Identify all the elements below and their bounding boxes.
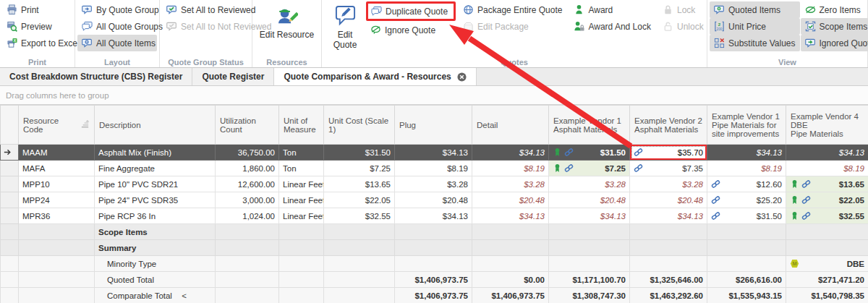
- grid-cell[interactable]: $34.13: [472, 208, 549, 224]
- grid-cell[interactable]: [707, 240, 786, 256]
- grid-cell[interactable]: [324, 288, 395, 303]
- grid-cell[interactable]: [549, 240, 630, 256]
- package-entire-quote-button[interactable]: Package Entire Quote: [459, 1, 566, 18]
- grid-cell[interactable]: Pipe RCP 36 In: [95, 208, 216, 224]
- grid-cell[interactable]: [472, 256, 549, 272]
- grid-cell[interactable]: Scope Items: [95, 224, 216, 240]
- grid-cell[interactable]: $20.48: [549, 192, 630, 208]
- grid-cell[interactable]: $13.65: [786, 176, 868, 192]
- grid-cell[interactable]: $266,616.00: [707, 272, 786, 288]
- row-indicator[interactable]: [1, 256, 19, 272]
- grid-cell[interactable]: [630, 256, 707, 272]
- grid-cell[interactable]: Ton: [279, 145, 324, 161]
- grid-cell[interactable]: $34.13: [395, 145, 472, 161]
- grid-cell[interactable]: $34.13: [707, 145, 786, 161]
- grid-cell[interactable]: $1,325,646.00: [630, 272, 707, 288]
- grid-cell[interactable]: MPP10: [19, 176, 95, 192]
- grid-cell[interactable]: $31.50: [707, 208, 786, 224]
- grid-cell[interactable]: 1,860.00: [216, 161, 279, 176]
- edit-package-button[interactable]: Edit Package: [459, 18, 566, 35]
- grid-cell[interactable]: $3.28: [549, 176, 630, 192]
- grid-cell[interactable]: $3.28: [395, 176, 472, 192]
- grid-cell[interactable]: Pipe 24" PVC SDR35: [95, 192, 216, 208]
- duplicate-quote-button[interactable]: Duplicate Quote: [366, 1, 456, 21]
- grid-cell[interactable]: $8.19: [707, 161, 786, 176]
- grid-cell[interactable]: $34.13: [395, 208, 472, 224]
- grid-cell[interactable]: $7.35: [630, 161, 707, 176]
- print-button[interactable]: Print: [2, 1, 72, 18]
- grid-cell[interactable]: $3.28: [472, 176, 549, 192]
- grid-cell[interactable]: $34.13: [549, 208, 630, 224]
- grid-cell[interactable]: Comparable Total<: [95, 288, 216, 303]
- export-to-excel-button[interactable]: X Export to Excel: [2, 35, 72, 51]
- grid-cell[interactable]: [324, 224, 395, 240]
- set-all-to-reviewed-button[interactable]: Set All to Reviewed: [162, 1, 250, 18]
- grid-cell[interactable]: $1,171,100.70: [549, 272, 630, 288]
- grid-cell[interactable]: $1,406,973.75: [395, 272, 472, 288]
- grid-cell[interactable]: $12.60: [707, 176, 786, 192]
- grid-cell[interactable]: $8.19: [786, 161, 868, 176]
- grid-cell[interactable]: $1,406,973.75: [472, 288, 549, 303]
- award-and-lock-button[interactable]: Award And Lock: [569, 18, 655, 35]
- zero-items-toggle[interactable]: Zero Items: [801, 1, 868, 18]
- grid-cell[interactable]: Minority Type: [95, 256, 216, 272]
- grid-cell[interactable]: [279, 272, 324, 288]
- column-header-resource-code[interactable]: Resource Code: [19, 106, 95, 145]
- row-indicator[interactable]: [1, 161, 19, 176]
- grid-cell[interactable]: $22.05: [786, 192, 868, 208]
- grid-cell[interactable]: MPP24: [19, 192, 95, 208]
- grid-cell[interactable]: [279, 240, 324, 256]
- focused-cell[interactable]: $35.70: [630, 145, 707, 161]
- grid-cell[interactable]: [324, 272, 395, 288]
- grid-cell[interactable]: [786, 240, 868, 256]
- grid-cell[interactable]: $34.13: [786, 145, 868, 161]
- all-quote-items-button[interactable]: All Quote Items: [77, 35, 157, 51]
- column-header-detail[interactable]: Detail: [472, 106, 549, 145]
- grid-cell[interactable]: $34.13: [630, 208, 707, 224]
- grid-cell[interactable]: [324, 240, 395, 256]
- ignored-quotes-toggle[interactable]: Ignored Quotes: [801, 35, 868, 51]
- grid-cell[interactable]: $20.48: [630, 192, 707, 208]
- column-header-description[interactable]: Description: [95, 106, 216, 145]
- grid-cell[interactable]: [707, 224, 786, 240]
- grid-cell[interactable]: $32.55: [786, 208, 868, 224]
- row-indicator[interactable]: [1, 240, 19, 256]
- grid-cell[interactable]: $1,540,798.35: [786, 288, 868, 303]
- grid-cell[interactable]: [19, 288, 95, 303]
- grid-cell[interactable]: $31.50: [324, 145, 395, 161]
- grid-cell[interactable]: Summary: [95, 240, 216, 256]
- grid-cell[interactable]: 1,024.00: [216, 208, 279, 224]
- grid-cell[interactable]: [707, 256, 786, 272]
- award-button[interactable]: Award: [569, 1, 655, 18]
- grid-cell[interactable]: Linear Feet: [279, 192, 324, 208]
- all-quote-groups-button[interactable]: All Quote Groups: [77, 18, 157, 35]
- column-header-vendor1-pipe[interactable]: Example Vendor 1 Pipe Materials for site…: [707, 106, 786, 145]
- tab-quote-comparison[interactable]: Quote Comparison & Award - Resources: [274, 68, 476, 85]
- grid-cell[interactable]: [630, 240, 707, 256]
- grid-cell[interactable]: Quoted Total: [95, 272, 216, 288]
- grid-cell[interactable]: [630, 224, 707, 240]
- grid-cell[interactable]: [19, 240, 95, 256]
- grid-cell[interactable]: $271,471.20: [786, 272, 868, 288]
- grid-cell[interactable]: [216, 288, 279, 303]
- grid-cell[interactable]: [19, 256, 95, 272]
- grid-cell[interactable]: MAAM: [19, 145, 95, 161]
- tab-cbs-register[interactable]: Cost Breakdown Structure (CBS) Register: [0, 68, 192, 85]
- grid-cell[interactable]: [279, 288, 324, 303]
- grid-cell[interactable]: [216, 272, 279, 288]
- scope-items-toggle[interactable]: Scope Items: [801, 18, 868, 35]
- grid-cell[interactable]: $8.19: [472, 161, 549, 176]
- grid-cell[interactable]: Asphalt Mix (Finish): [95, 145, 216, 161]
- lock-button[interactable]: Lock: [658, 1, 708, 18]
- grid-cell[interactable]: [395, 240, 472, 256]
- group-by-panel[interactable]: Drag columns here to group: [0, 86, 868, 105]
- grid-cell[interactable]: $0.00: [472, 272, 549, 288]
- grid-cell[interactable]: Fine Aggregate: [95, 161, 216, 176]
- grid-cell[interactable]: $7.25: [549, 161, 630, 176]
- grid-cell[interactable]: MDBE: [786, 256, 868, 272]
- grid-cell[interactable]: $7.25: [324, 161, 395, 176]
- grid-cell[interactable]: 3,000.00: [216, 192, 279, 208]
- set-all-to-not-reviewed-button[interactable]: Set All to Not Reviewed: [162, 18, 250, 35]
- row-indicator[interactable]: [1, 272, 19, 288]
- grid-cell[interactable]: [549, 256, 630, 272]
